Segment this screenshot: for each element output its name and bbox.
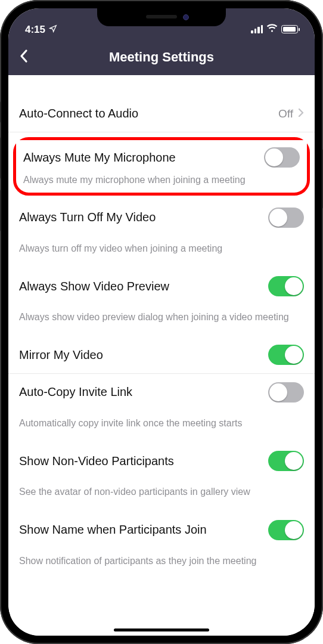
row-show-non-video-participants[interactable]: Show Non-Video Participants <box>8 442 315 479</box>
row-label: Show Non-Video Participants <box>19 454 268 468</box>
row-description: Automatically copy invite link once the … <box>8 411 315 443</box>
row-label: Show Name when Participants Join <box>19 523 268 537</box>
row-description: Always turn off my video when joining a … <box>8 236 315 268</box>
screen: 4:15 Meeting Settings Auto-Co <box>8 8 315 636</box>
row-description: Always show video preview dialog when jo… <box>8 305 315 337</box>
volume-up-button <box>0 137 1 179</box>
row-description: Show notification of participants as the… <box>8 549 315 572</box>
status-time: 4:15 <box>25 24 45 36</box>
volume-down-button <box>0 190 1 231</box>
location-icon <box>49 24 57 36</box>
battery-icon <box>281 25 298 33</box>
row-label: Mirror My Video <box>19 348 268 362</box>
row-always-show-video-preview[interactable]: Always Show Video Preview <box>8 268 315 305</box>
highlight-annotation: Always Mute My Microphone Always mute my… <box>13 137 310 196</box>
chevron-right-icon <box>298 108 304 120</box>
row-auto-connect-audio[interactable]: Auto-Connect to Audio Off <box>8 95 315 132</box>
row-mirror-my-video[interactable]: Mirror My Video <box>8 337 315 374</box>
device-frame: 4:15 Meeting Settings Auto-Co <box>0 0 323 644</box>
row-auto-copy-invite-link[interactable]: Auto-Copy Invite Link <box>8 374 315 411</box>
home-indicator[interactable] <box>114 628 209 631</box>
notch <box>97 8 226 26</box>
row-label: Always Show Video Preview <box>19 280 268 293</box>
silent-switch <box>0 101 1 123</box>
toggle-show-name-participants-join[interactable] <box>268 520 304 540</box>
toggle-always-turn-off-video[interactable] <box>268 208 304 228</box>
app-header: Meeting Settings <box>8 39 315 75</box>
toggle-auto-copy-invite-link[interactable] <box>268 382 304 402</box>
spacer <box>8 75 315 95</box>
row-show-name-participants-join[interactable]: Show Name when Participants Join <box>8 512 315 549</box>
row-label: Auto-Copy Invite Link <box>19 385 268 399</box>
row-description: See the avatar of non-video participants… <box>8 479 315 512</box>
chevron-left-icon <box>19 49 29 63</box>
row-label: Always Turn Off My Video <box>19 210 268 224</box>
row-always-mute-microphone[interactable]: Always Mute My Microphone <box>16 140 307 171</box>
wifi-icon <box>266 23 278 35</box>
settings-list[interactable]: Auto-Connect to Audio Off Always Mute My… <box>8 75 315 636</box>
back-button[interactable] <box>14 44 33 70</box>
row-label: Always Mute My Microphone <box>23 151 264 165</box>
toggle-mirror-my-video[interactable] <box>268 345 304 365</box>
cellular-signal-icon <box>251 25 263 33</box>
row-value: Off <box>278 107 293 120</box>
row-label: Auto-Connect to Audio <box>19 107 278 120</box>
page-title: Meeting Settings <box>109 49 214 65</box>
row-always-turn-off-video[interactable]: Always Turn Off My Video <box>8 199 315 236</box>
row-description: Always mute my microphone when joining a… <box>16 171 307 193</box>
toggle-show-non-video-participants[interactable] <box>268 451 304 471</box>
toggle-always-show-video-preview[interactable] <box>268 276 304 296</box>
toggle-always-mute-microphone[interactable] <box>264 147 300 168</box>
